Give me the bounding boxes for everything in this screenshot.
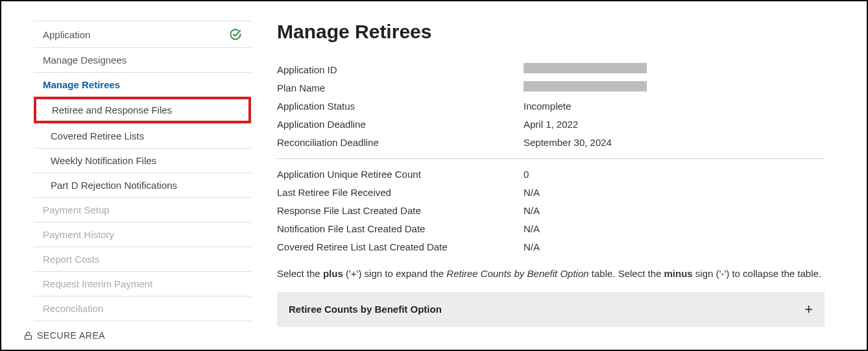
main-content: Manage Retirees Application ID Plan Name…	[277, 21, 844, 327]
info-value: September 30, 2024	[524, 135, 825, 151]
secure-area-label: SECURE AREA	[37, 330, 105, 341]
info-label: Covered Retiree List Last Created Date	[277, 239, 524, 255]
info-row: Application Deadline April 1, 2022	[277, 115, 825, 134]
sidebar-item-label: Payment Setup	[43, 204, 110, 215]
sidebar-item-retiree-response-files[interactable]: Retiree and Response Files	[34, 97, 251, 123]
sidebar: Application Manage Designees Manage Reti…	[34, 21, 251, 327]
page-title: Manage Retirees	[277, 21, 825, 43]
info-row: Response File Last Created Date N/A	[277, 202, 825, 220]
info-row: Application ID	[277, 61, 825, 79]
sidebar-item-weekly-notification-files[interactable]: Weekly Notification Files	[34, 148, 251, 173]
info-row: Reconciliation Deadline September 30, 20…	[277, 134, 825, 152]
accordion-retiree-counts[interactable]: Retiree Counts by Benefit Option +	[277, 292, 825, 327]
sidebar-item-covered-retiree-lists[interactable]: Covered Retiree Lists	[34, 123, 251, 148]
info-label: Response File Last Created Date	[277, 203, 524, 219]
redacted-value	[524, 63, 647, 73]
sidebar-item-request-interim-payment[interactable]: Request Interim Payment	[34, 271, 251, 296]
info-value: N/A	[524, 203, 825, 219]
info-value: April 1, 2022	[524, 117, 825, 132]
lock-icon	[23, 331, 33, 341]
sidebar-item-payment-history[interactable]: Payment History	[34, 222, 251, 247]
plus-icon: +	[804, 301, 813, 318]
sidebar-item-label: Report Costs	[43, 254, 100, 265]
sidebar-item-reconciliation[interactable]: Reconciliation	[34, 296, 251, 321]
retiree-stats-block: Application Unique Retiree Count 0 Last …	[277, 165, 825, 256]
info-row: Application Status Incomplete	[277, 97, 825, 115]
sidebar-item-label: Manage Designees	[43, 54, 127, 66]
info-value	[524, 62, 825, 78]
info-value: N/A	[524, 239, 825, 255]
sidebar-item-label: Reconciliation	[43, 303, 103, 314]
sidebar-item-label: Manage Retirees	[43, 79, 120, 90]
info-row: Last Retiree File Received N/A	[277, 184, 825, 202]
sidebar-item-label: Part D Rejection Notifications	[51, 180, 177, 191]
info-label: Reconciliation Deadline	[277, 135, 524, 151]
info-row: Notification File Last Created Date N/A	[277, 220, 825, 238]
info-row: Application Unique Retiree Count 0	[277, 165, 825, 184]
sidebar-item-label: Weekly Notification Files	[51, 155, 156, 166]
sidebar-item-manage-retirees[interactable]: Manage Retirees	[34, 72, 251, 97]
accordion-title: Retiree Counts by Benefit Option	[289, 304, 442, 315]
sidebar-item-label: Retiree and Response Files	[52, 104, 172, 115]
check-circle-icon	[229, 28, 242, 41]
application-info-block: Application ID Plan Name Application Sta…	[277, 61, 825, 159]
info-label: Application Unique Retiree Count	[277, 167, 524, 182]
info-value: N/A	[524, 185, 825, 200]
info-value	[524, 80, 825, 96]
info-value: Incomplete	[524, 99, 825, 114]
instructions-text: Select the plus ('+') sign to expand the…	[277, 267, 825, 282]
sidebar-item-part-d-rejection[interactable]: Part D Rejection Notifications	[34, 173, 251, 197]
info-label: Last Retiree File Received	[277, 185, 524, 200]
info-row: Plan Name	[277, 79, 825, 97]
info-value: 0	[524, 167, 825, 182]
info-label: Notification File Last Created Date	[277, 221, 524, 237]
sidebar-item-label: Request Interim Payment	[43, 278, 152, 289]
info-label: Application ID	[277, 62, 524, 78]
sidebar-item-application[interactable]: Application	[34, 21, 251, 47]
sidebar-item-label: Application	[43, 29, 90, 40]
svg-rect-0	[25, 335, 32, 339]
sidebar-item-payment-setup[interactable]: Payment Setup	[34, 197, 251, 222]
secure-area-footer: SECURE AREA	[23, 330, 105, 341]
sidebar-item-manage-designees[interactable]: Manage Designees	[34, 47, 251, 72]
sidebar-item-report-costs[interactable]: Report Costs	[34, 247, 251, 271]
info-label: Plan Name	[277, 80, 524, 96]
info-label: Application Deadline	[277, 117, 524, 132]
info-label: Application Status	[277, 99, 524, 114]
sidebar-item-label: Payment History	[43, 229, 114, 240]
redacted-value	[524, 81, 647, 91]
sidebar-item-label: Covered Retiree Lists	[51, 130, 144, 141]
info-value: N/A	[524, 221, 825, 237]
info-row: Covered Retiree List Last Created Date N…	[277, 238, 825, 256]
